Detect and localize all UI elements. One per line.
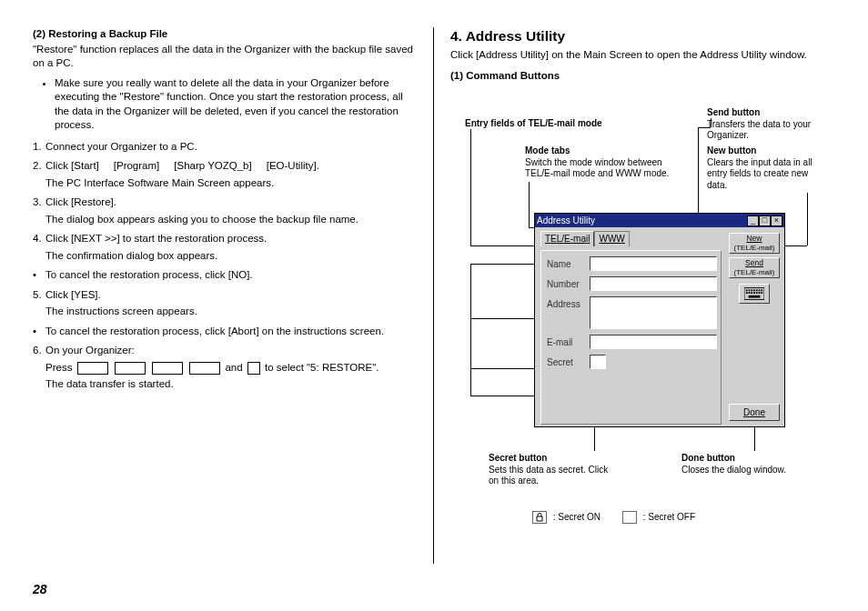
keycap-icon [152, 362, 183, 375]
svg-rect-9 [749, 292, 751, 294]
label-address: Address [547, 296, 585, 311]
svg-rect-13 [759, 292, 761, 294]
address-utility-intro: Click [Address Utility] on the Main Scre… [450, 48, 835, 63]
keycap-icon [247, 362, 260, 375]
svg-rect-3 [751, 289, 752, 291]
keyboard-icon[interactable] [739, 284, 770, 304]
step4-cancel-bullet: To cancel the restoration process, click… [33, 268, 417, 283]
minimize-icon[interactable]: _ [747, 215, 759, 226]
restore-intro: "Restore" function replaces all the data… [33, 43, 417, 71]
svg-rect-11 [753, 292, 755, 294]
restore-heading: (2) Restoring a Backup File [33, 27, 417, 42]
keycap-icon [77, 362, 108, 375]
tab-content: Name Number Address E-mail [540, 250, 722, 425]
empty-box-icon [622, 511, 637, 524]
label-name: Name [547, 256, 585, 271]
leader-line [698, 127, 711, 128]
leader-line [470, 318, 534, 319]
input-name[interactable] [590, 256, 717, 271]
callout-new-button: New button Clears the input data in all … [707, 145, 816, 191]
warning-bullet: Make sure you really want to delete all … [55, 76, 417, 133]
left-column: (2) Restoring a Backup File "Restore" fu… [33, 27, 433, 564]
mode-tabs: TEL/E-mail WWW [540, 231, 722, 246]
leader-line [470, 245, 534, 246]
leader-line [807, 193, 808, 245]
done-button[interactable]: Done [729, 404, 780, 422]
keycap-icon [115, 362, 146, 375]
label-email: E-mail [547, 335, 585, 349]
window-titlebar[interactable]: Address Utility _ □ × [535, 214, 784, 227]
window-title: Address Utility [537, 215, 595, 227]
secret-toggle[interactable] [590, 355, 606, 369]
warning-list: Make sure you really want to delete all … [33, 76, 417, 133]
button-panel: New (TEL/E-mail) Send (TEL/E-mail) [724, 227, 784, 426]
svg-rect-12 [756, 292, 758, 294]
right-column: 4. Address Utility Click [Address Utilit… [434, 27, 835, 564]
new-button[interactable]: New (TEL/E-mail) [729, 233, 780, 254]
keycap-icon [189, 362, 220, 375]
svg-rect-14 [761, 292, 762, 294]
step-1: 1. Connect your Organizer to a PC. [33, 140, 417, 155]
leader-line [470, 129, 471, 245]
lock-icon [532, 511, 547, 524]
leader-line [470, 264, 471, 396]
command-buttons-heading: (1) Command Buttons [450, 69, 835, 84]
callout-entry-fields: Entry fields of TEL/E-mail mode [465, 118, 620, 130]
svg-rect-2 [749, 289, 751, 291]
leader-line [470, 368, 534, 369]
svg-rect-7 [761, 289, 762, 291]
label-number: Number [547, 276, 585, 291]
address-utility-heading: 4. Address Utility [450, 27, 835, 46]
steps-list: 1. Connect your Organizer to a PC. 2. Cl… [33, 140, 417, 392]
step-5: 5. Click [YES]. The instructions screen … [33, 288, 417, 319]
secret-legend: : Secret ON : Secret OFF [532, 511, 695, 524]
tab-www[interactable]: WWW [594, 231, 629, 246]
input-number[interactable] [590, 276, 717, 291]
leader-line [529, 182, 530, 227]
page-number: 28 [33, 582, 47, 596]
leader-line [470, 396, 534, 396]
svg-rect-4 [753, 289, 755, 291]
svg-rect-8 [746, 292, 748, 294]
step-4: 4. Click [NEXT >>] to start the restorat… [33, 232, 417, 263]
tab-tel-email[interactable]: TEL/E-mail [540, 231, 594, 246]
send-button[interactable]: Send (TEL/E-mail) [729, 257, 780, 278]
step-6-press-line: Press and to select "5: RESTORE". [45, 361, 417, 376]
svg-rect-10 [751, 292, 752, 294]
callout-secret-button: Secret button Sets this data as secret. … [489, 453, 621, 487]
callout-mode-tabs: Mode tabs Switch the mode window between… [525, 145, 680, 180]
step5-cancel-bullet: To cancel the restoration process, click… [33, 325, 417, 339]
svg-rect-5 [756, 289, 758, 291]
maximize-icon[interactable]: □ [759, 215, 771, 226]
address-utility-window: Address Utility _ □ × TEL/E-mail WWW Nam… [534, 213, 785, 427]
input-address[interactable] [590, 296, 717, 329]
leader-line [711, 118, 712, 127]
callout-send-button: Send button Transfers the data to your O… [707, 107, 816, 142]
step-2: 2. Click [Start] [Program] [Sharp YOZQ_b… [33, 159, 417, 190]
callout-done-button: Done button Closes the dialog window. [681, 453, 818, 476]
step-6: 6. On your Organizer: Press and to selec… [33, 344, 417, 392]
close-icon[interactable]: × [771, 215, 782, 226]
leader-line [470, 264, 534, 265]
input-email[interactable] [590, 335, 717, 349]
svg-rect-1 [746, 289, 748, 291]
label-secret: Secret [547, 355, 585, 369]
step-3: 3. Click [Restore]. The dialog box appea… [33, 195, 417, 226]
svg-rect-15 [749, 295, 761, 298]
svg-rect-6 [759, 289, 761, 291]
